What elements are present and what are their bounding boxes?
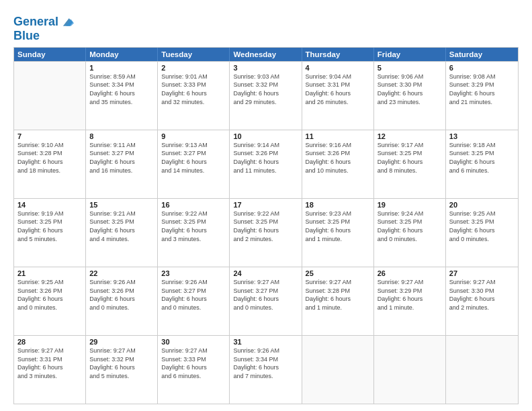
- day-number: 10: [233, 132, 298, 140]
- calendar-cell: 21Sunrise: 9:25 AM Sunset: 3:26 PM Dayli…: [14, 267, 86, 335]
- day-info: Sunrise: 9:14 AM Sunset: 3:26 PM Dayligh…: [233, 141, 298, 175]
- calendar-row-4: 21Sunrise: 9:25 AM Sunset: 3:26 PM Dayli…: [14, 267, 518, 335]
- calendar-cell: [14, 62, 86, 130]
- calendar-cell: 2Sunrise: 9:01 AM Sunset: 3:33 PM Daylig…: [158, 62, 230, 130]
- logo-text: General: [13, 15, 58, 29]
- calendar-cell: 11Sunrise: 9:16 AM Sunset: 3:26 PM Dayli…: [302, 130, 374, 198]
- day-number: 1: [89, 64, 154, 72]
- calendar-cell: 27Sunrise: 9:27 AM Sunset: 3:30 PM Dayli…: [446, 267, 518, 335]
- calendar-cell: 24Sunrise: 9:27 AM Sunset: 3:27 PM Dayli…: [230, 267, 302, 335]
- day-info: Sunrise: 9:27 AM Sunset: 3:28 PM Dayligh…: [306, 278, 370, 312]
- day-number: 6: [449, 64, 515, 72]
- header-day-saturday: Saturday: [446, 48, 518, 61]
- calendar-cell: 8Sunrise: 9:11 AM Sunset: 3:27 PM Daylig…: [86, 130, 158, 198]
- calendar-cell: 7Sunrise: 9:10 AM Sunset: 3:28 PM Daylig…: [14, 130, 86, 198]
- calendar-cell: 25Sunrise: 9:27 AM Sunset: 3:28 PM Dayli…: [302, 267, 374, 335]
- logo: General Blue: [13, 15, 74, 43]
- calendar-cell: 18Sunrise: 9:23 AM Sunset: 3:25 PM Dayli…: [302, 199, 374, 267]
- day-number: 8: [89, 132, 154, 140]
- day-info: Sunrise: 9:25 AM Sunset: 3:26 PM Dayligh…: [17, 278, 82, 312]
- calendar-cell: 31Sunrise: 9:26 AM Sunset: 3:34 PM Dayli…: [230, 336, 302, 404]
- calendar-cell: 28Sunrise: 9:27 AM Sunset: 3:31 PM Dayli…: [14, 336, 86, 404]
- day-number: 26: [378, 269, 442, 277]
- day-info: Sunrise: 9:26 AM Sunset: 3:26 PM Dayligh…: [89, 278, 154, 312]
- header-day-wednesday: Wednesday: [230, 48, 302, 61]
- calendar-row-2: 7Sunrise: 9:10 AM Sunset: 3:28 PM Daylig…: [14, 130, 518, 198]
- day-info: Sunrise: 9:08 AM Sunset: 3:29 PM Dayligh…: [449, 73, 515, 106]
- day-info: Sunrise: 9:27 AM Sunset: 3:29 PM Dayligh…: [378, 278, 442, 312]
- calendar-cell: 15Sunrise: 9:21 AM Sunset: 3:25 PM Dayli…: [86, 199, 158, 267]
- day-number: 22: [89, 269, 154, 277]
- day-number: 17: [233, 201, 298, 209]
- day-info: Sunrise: 9:25 AM Sunset: 3:25 PM Dayligh…: [449, 210, 515, 243]
- day-info: Sunrise: 9:03 AM Sunset: 3:32 PM Dayligh…: [233, 73, 298, 106]
- day-number: 24: [233, 269, 298, 277]
- calendar-cell: 23Sunrise: 9:26 AM Sunset: 3:27 PM Dayli…: [158, 267, 230, 335]
- day-info: Sunrise: 8:59 AM Sunset: 3:34 PM Dayligh…: [89, 73, 154, 106]
- calendar-cell: 30Sunrise: 9:27 AM Sunset: 3:33 PM Dayli…: [158, 336, 230, 404]
- calendar-cell: [302, 336, 374, 404]
- calendar-row-5: 28Sunrise: 9:27 AM Sunset: 3:31 PM Dayli…: [14, 335, 518, 404]
- day-number: 20: [449, 201, 515, 209]
- header-day-monday: Monday: [86, 48, 158, 61]
- day-number: 13: [449, 132, 515, 140]
- day-info: Sunrise: 9:27 AM Sunset: 3:31 PM Dayligh…: [17, 347, 82, 380]
- calendar-cell: 1Sunrise: 8:59 AM Sunset: 3:34 PM Daylig…: [86, 62, 158, 130]
- calendar-cell: 3Sunrise: 9:03 AM Sunset: 3:32 PM Daylig…: [230, 62, 302, 130]
- day-number: 12: [378, 132, 442, 140]
- page-header: General Blue: [13, 12, 519, 43]
- day-info: Sunrise: 9:27 AM Sunset: 3:27 PM Dayligh…: [233, 278, 298, 312]
- day-number: 7: [17, 132, 82, 140]
- day-info: Sunrise: 9:22 AM Sunset: 3:25 PM Dayligh…: [233, 210, 298, 243]
- calendar-cell: 26Sunrise: 9:27 AM Sunset: 3:29 PM Dayli…: [374, 267, 446, 335]
- header-day-tuesday: Tuesday: [158, 48, 230, 61]
- day-number: 23: [161, 269, 226, 277]
- calendar-cell: 20Sunrise: 9:25 AM Sunset: 3:25 PM Dayli…: [446, 199, 518, 267]
- day-info: Sunrise: 9:21 AM Sunset: 3:25 PM Dayligh…: [89, 210, 154, 243]
- day-number: 11: [306, 132, 370, 140]
- calendar-cell: 9Sunrise: 9:13 AM Sunset: 3:27 PM Daylig…: [158, 130, 230, 198]
- calendar-cell: 22Sunrise: 9:26 AM Sunset: 3:26 PM Dayli…: [86, 267, 158, 335]
- day-info: Sunrise: 9:10 AM Sunset: 3:28 PM Dayligh…: [17, 141, 82, 175]
- calendar-row-3: 14Sunrise: 9:19 AM Sunset: 3:25 PM Dayli…: [14, 198, 518, 267]
- day-info: Sunrise: 9:04 AM Sunset: 3:31 PM Dayligh…: [306, 73, 370, 106]
- day-info: Sunrise: 9:11 AM Sunset: 3:27 PM Dayligh…: [89, 141, 154, 175]
- day-info: Sunrise: 9:22 AM Sunset: 3:25 PM Dayligh…: [161, 210, 226, 243]
- calendar-cell: 19Sunrise: 9:24 AM Sunset: 3:25 PM Dayli…: [374, 199, 446, 267]
- day-number: 29: [89, 338, 154, 346]
- day-number: 5: [378, 64, 442, 72]
- day-number: 14: [17, 201, 82, 209]
- day-info: Sunrise: 9:27 AM Sunset: 3:33 PM Dayligh…: [161, 347, 226, 380]
- day-info: Sunrise: 9:26 AM Sunset: 3:34 PM Dayligh…: [233, 347, 298, 380]
- calendar-cell: 14Sunrise: 9:19 AM Sunset: 3:25 PM Dayli…: [14, 199, 86, 267]
- calendar-cell: 17Sunrise: 9:22 AM Sunset: 3:25 PM Dayli…: [230, 199, 302, 267]
- calendar-cell: 6Sunrise: 9:08 AM Sunset: 3:29 PM Daylig…: [446, 62, 518, 130]
- calendar-cell: [446, 336, 518, 404]
- calendar-cell: 10Sunrise: 9:14 AM Sunset: 3:26 PM Dayli…: [230, 130, 302, 198]
- day-number: 16: [161, 201, 226, 209]
- day-info: Sunrise: 9:01 AM Sunset: 3:33 PM Dayligh…: [161, 73, 226, 106]
- calendar-header: SundayMondayTuesdayWednesdayThursdayFrid…: [14, 48, 518, 61]
- calendar-cell: 5Sunrise: 9:06 AM Sunset: 3:30 PM Daylig…: [374, 62, 446, 130]
- calendar-cell: 4Sunrise: 9:04 AM Sunset: 3:31 PM Daylig…: [302, 62, 374, 130]
- header-day-thursday: Thursday: [302, 48, 374, 61]
- calendar-cell: 29Sunrise: 9:27 AM Sunset: 3:32 PM Dayli…: [86, 336, 158, 404]
- day-number: 25: [306, 269, 370, 277]
- calendar-cell: 12Sunrise: 9:17 AM Sunset: 3:25 PM Dayli…: [374, 130, 446, 198]
- day-info: Sunrise: 9:13 AM Sunset: 3:27 PM Dayligh…: [161, 141, 226, 175]
- day-number: 21: [17, 269, 82, 277]
- logo-icon: [59, 15, 74, 30]
- day-info: Sunrise: 9:16 AM Sunset: 3:26 PM Dayligh…: [306, 141, 370, 175]
- day-number: 4: [306, 64, 370, 72]
- day-number: 18: [306, 201, 370, 209]
- day-number: 3: [233, 64, 298, 72]
- calendar-cell: [374, 336, 446, 404]
- day-number: 15: [89, 201, 154, 209]
- calendar: SundayMondayTuesdayWednesdayThursdayFrid…: [13, 47, 519, 404]
- day-number: 19: [378, 201, 442, 209]
- header-day-sunday: Sunday: [14, 48, 86, 61]
- day-info: Sunrise: 9:23 AM Sunset: 3:25 PM Dayligh…: [306, 210, 370, 243]
- day-number: 27: [449, 269, 515, 277]
- day-number: 31: [233, 338, 298, 346]
- calendar-body: 1Sunrise: 8:59 AM Sunset: 3:34 PM Daylig…: [14, 61, 518, 404]
